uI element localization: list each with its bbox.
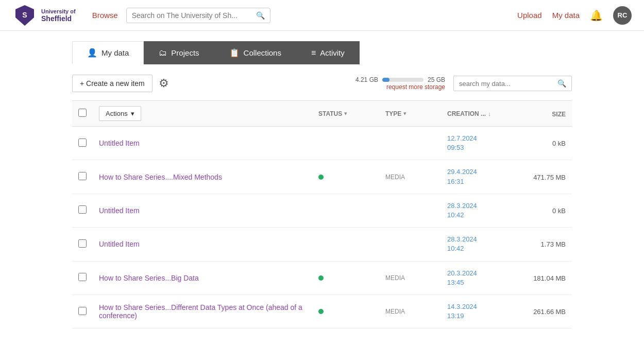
row-creation-date: 29.4.202416:31: [447, 167, 477, 186]
row-item-name[interactable]: How to Share Series...Different Data Typ…: [99, 303, 302, 320]
status-column-header: STATUS: [318, 110, 342, 117]
table-row: Untitled Item 28.3.202410:42 1.73 MB: [72, 228, 572, 261]
header: S University of Sheffield Browse 🔍 Uploa…: [0, 0, 644, 31]
university-logo-icon: S: [12, 3, 37, 28]
row-creation-col: 12.7.202409:53: [447, 134, 514, 152]
row-size-value: 0 kB: [552, 140, 566, 147]
row-checkbox-col: [78, 239, 99, 249]
tab-activity[interactable]: ≡ Activity: [296, 41, 360, 64]
search-data-icon: 🔍: [557, 79, 566, 88]
status-active-dot: [318, 275, 324, 281]
row-item-name[interactable]: Untitled Item: [99, 206, 140, 215]
table-row: Untitled Item 28.3.202410:42 0 kB: [72, 194, 572, 228]
global-search-input[interactable]: [132, 11, 254, 20]
row-checkbox-col: [78, 138, 99, 148]
row-status-col: [318, 175, 385, 180]
row-creation-col: 14.3.202413:19: [447, 302, 514, 321]
status-active-dot: [318, 309, 324, 314]
row-creation-date: 28.3.202410:42: [447, 201, 477, 220]
row-item-name[interactable]: Untitled Item: [99, 139, 140, 147]
activity-tab-icon: ≡: [311, 48, 316, 58]
logo-area: S University of Sheffield: [12, 3, 76, 28]
header-size-col: SIZE: [514, 110, 566, 118]
upload-link[interactable]: Upload: [517, 11, 542, 20]
row-creation-col: 20.3.202413:45: [447, 269, 514, 287]
status-sort-icon[interactable]: ▾: [344, 110, 347, 117]
row-checkbox[interactable]: [78, 205, 87, 214]
tab-projects-label: Projects: [171, 48, 199, 57]
mydata-tab-icon: 👤: [87, 48, 97, 58]
row-item-name[interactable]: How to Share Series....Mixed Methods: [99, 173, 222, 181]
tab-my-data-label: My data: [101, 48, 129, 57]
creation-sort-icon[interactable]: ↓: [488, 111, 491, 117]
tab-collections[interactable]: 📋 Collections: [214, 41, 296, 64]
github-icon[interactable]: ⚙: [159, 77, 169, 90]
type-sort-icon[interactable]: ▾: [403, 110, 406, 117]
browse-link[interactable]: Browse: [92, 11, 118, 20]
row-type-label: MEDIA: [385, 274, 405, 282]
row-status-col: [318, 309, 385, 314]
storage-info: 4.21 GB 25 GB request more storage: [355, 76, 445, 91]
row-type-col: MEDIA: [385, 274, 447, 282]
row-creation-date: 14.3.202413:19: [447, 302, 477, 321]
tab-my-data[interactable]: 👤 My data: [72, 41, 144, 64]
storage-bar-fill: [382, 78, 389, 82]
search-data-container: 🔍: [453, 76, 572, 91]
row-checkbox-col: [78, 205, 99, 215]
row-checkbox[interactable]: [78, 239, 87, 248]
row-item-name[interactable]: Untitled Item: [99, 240, 140, 248]
tab-collections-label: Collections: [244, 48, 281, 57]
row-size-value: 261.66 MB: [533, 308, 566, 316]
row-name-col: How to Share Series...Big Data: [99, 274, 318, 282]
storage-bar-row: 4.21 GB 25 GB: [355, 76, 445, 83]
mydata-link[interactable]: My data: [552, 11, 580, 20]
row-creation-col: 29.4.202416:31: [447, 167, 514, 186]
select-all-checkbox[interactable]: [78, 109, 87, 117]
row-creation-col: 28.3.202410:42: [447, 201, 514, 220]
row-checkbox-col: [78, 273, 99, 283]
notifications-icon[interactable]: 🔔: [590, 9, 603, 22]
row-checkbox-col: [78, 307, 99, 317]
svg-text:S: S: [22, 11, 27, 19]
row-size-col: 0 kB: [514, 139, 566, 147]
row-status-col: [318, 275, 385, 281]
row-size-value: 1.73 MB: [541, 240, 566, 248]
actions-dropdown-button[interactable]: Actions ▾: [99, 106, 141, 121]
actions-label: Actions: [106, 110, 128, 117]
header-right: Upload My data 🔔 RC: [517, 6, 632, 25]
collections-tab-icon: 📋: [229, 48, 240, 58]
row-item-name[interactable]: How to Share Series...Big Data: [99, 274, 199, 282]
row-checkbox[interactable]: [78, 273, 87, 281]
size-column-header: SIZE: [552, 111, 566, 118]
row-checkbox[interactable]: [78, 138, 87, 147]
row-type-label: MEDIA: [385, 174, 405, 181]
row-checkbox[interactable]: [78, 172, 87, 180]
row-creation-date: 20.3.202413:45: [447, 269, 477, 287]
type-column-header: TYPE: [385, 110, 401, 117]
row-checkbox-col: [78, 172, 99, 182]
search-icon: 🔍: [256, 11, 265, 20]
tab-activity-label: Activity: [320, 48, 345, 57]
search-data-input[interactable]: [459, 80, 557, 88]
row-size-value: 471.75 MB: [533, 174, 566, 181]
create-new-item-button[interactable]: + Create a new item: [72, 75, 152, 92]
row-creation-col: 28.3.202410:42: [447, 235, 514, 253]
creation-column-header: CREATION ...: [447, 110, 486, 117]
row-checkbox[interactable]: [78, 307, 87, 315]
row-creation-date: 28.3.202410:42: [447, 235, 477, 253]
row-name-col: How to Share Series...Different Data Typ…: [99, 303, 318, 320]
row-name-col: Untitled Item: [99, 240, 318, 248]
table-row: Untitled Item 12.7.202409:53 0 kB: [72, 127, 572, 160]
status-active-dot: [318, 175, 324, 180]
avatar[interactable]: RC: [613, 6, 632, 25]
header-name-col: Actions ▾: [99, 106, 318, 121]
row-type-col: MEDIA: [385, 174, 447, 181]
table-row: How to Share Series...Big Data MEDIA 20.…: [72, 262, 572, 295]
tab-projects[interactable]: 🗂 Projects: [144, 41, 214, 64]
row-size-col: 181.04 MB: [514, 274, 566, 282]
storage-bar: [382, 78, 423, 82]
request-more-storage-link[interactable]: request more storage: [386, 83, 445, 91]
row-size-col: 471.75 MB: [514, 173, 566, 181]
row-size-col: 261.66 MB: [514, 307, 566, 316]
chevron-down-icon: ▾: [131, 110, 134, 117]
